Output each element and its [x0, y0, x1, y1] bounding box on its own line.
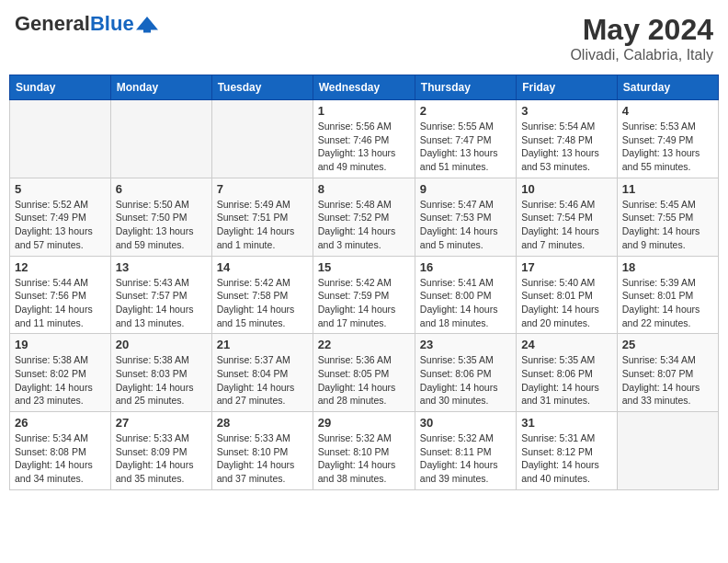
- calendar-header-row: SundayMondayTuesdayWednesdayThursdayFrid…: [10, 75, 719, 100]
- calendar-cell: 3Sunrise: 5:54 AMSunset: 7:48 PMDaylight…: [517, 100, 618, 178]
- calendar-cell: 4Sunrise: 5:53 AMSunset: 7:49 PMDaylight…: [617, 100, 718, 178]
- day-info: Sunrise: 5:41 AMSunset: 8:00 PMDaylight:…: [420, 276, 511, 330]
- day-number: 20: [116, 338, 207, 351]
- col-header-saturday: Saturday: [617, 75, 718, 100]
- day-info: Sunrise: 5:45 AMSunset: 7:55 PMDaylight:…: [622, 198, 713, 252]
- day-number: 18: [622, 260, 713, 274]
- day-info: Sunrise: 5:38 AMSunset: 8:02 PMDaylight:…: [15, 353, 106, 408]
- day-info: Sunrise: 5:42 AMSunset: 7:59 PMDaylight:…: [318, 276, 410, 330]
- day-info: Sunrise: 5:49 AMSunset: 7:51 PMDaylight:…: [217, 198, 308, 252]
- day-info: Sunrise: 5:32 AMSunset: 8:11 PMDaylight:…: [420, 431, 511, 486]
- month-title: May 2024: [570, 13, 713, 47]
- day-number: 3: [521, 104, 612, 118]
- day-info: Sunrise: 5:39 AMSunset: 8:01 PMDaylight:…: [622, 276, 713, 330]
- day-info: Sunrise: 5:42 AMSunset: 7:58 PMDaylight:…: [217, 276, 308, 330]
- calendar-week-row: 1Sunrise: 5:56 AMSunset: 7:46 PMDaylight…: [10, 100, 719, 178]
- calendar-cell: 1Sunrise: 5:56 AMSunset: 7:46 PMDaylight…: [313, 100, 415, 178]
- day-info: Sunrise: 5:34 AMSunset: 8:07 PMDaylight:…: [622, 353, 713, 408]
- col-header-monday: Monday: [110, 75, 211, 100]
- day-number: 22: [318, 338, 410, 351]
- day-number: 26: [15, 416, 106, 430]
- day-number: 21: [217, 338, 308, 351]
- day-info: Sunrise: 5:35 AMSunset: 8:06 PMDaylight:…: [521, 353, 612, 408]
- calendar-cell: [617, 412, 718, 490]
- day-number: 13: [116, 260, 207, 274]
- calendar-cell: 13Sunrise: 5:43 AMSunset: 7:57 PMDayligh…: [110, 256, 211, 334]
- day-info: Sunrise: 5:47 AMSunset: 7:53 PMDaylight:…: [420, 198, 511, 252]
- calendar-cell: 17Sunrise: 5:40 AMSunset: 8:01 PMDayligh…: [517, 256, 618, 334]
- day-number: 7: [217, 182, 308, 196]
- calendar-cell: [10, 100, 111, 178]
- day-number: 28: [217, 416, 308, 430]
- col-header-thursday: Thursday: [415, 75, 516, 100]
- calendar-cell: 20Sunrise: 5:38 AMSunset: 8:03 PMDayligh…: [110, 334, 211, 412]
- day-info: Sunrise: 5:40 AMSunset: 8:01 PMDaylight:…: [521, 276, 612, 330]
- day-number: 12: [15, 260, 106, 274]
- day-number: 16: [420, 260, 511, 274]
- calendar-cell: 31Sunrise: 5:31 AMSunset: 8:12 PMDayligh…: [517, 412, 618, 490]
- calendar-cell: 30Sunrise: 5:32 AMSunset: 8:11 PMDayligh…: [415, 412, 516, 490]
- day-info: Sunrise: 5:56 AMSunset: 7:46 PMDaylight:…: [318, 120, 410, 174]
- calendar-cell: 18Sunrise: 5:39 AMSunset: 8:01 PMDayligh…: [617, 256, 718, 334]
- day-info: Sunrise: 5:54 AMSunset: 7:48 PMDaylight:…: [521, 120, 612, 174]
- calendar-table: SundayMondayTuesdayWednesdayThursdayFrid…: [9, 75, 719, 490]
- logo: GeneralBlue: [15, 13, 158, 35]
- calendar-cell: 21Sunrise: 5:37 AMSunset: 8:04 PMDayligh…: [211, 334, 313, 412]
- calendar-cell: [211, 100, 313, 178]
- day-number: 17: [521, 260, 612, 274]
- title-block: May 2024 Olivadi, Calabria, Italy: [570, 13, 713, 63]
- calendar-cell: 28Sunrise: 5:33 AMSunset: 8:10 PMDayligh…: [211, 412, 313, 490]
- day-info: Sunrise: 5:33 AMSunset: 8:09 PMDaylight:…: [116, 431, 207, 486]
- svg-marker-0: [136, 17, 158, 33]
- day-info: Sunrise: 5:38 AMSunset: 8:03 PMDaylight:…: [116, 353, 207, 408]
- calendar-cell: 25Sunrise: 5:34 AMSunset: 8:07 PMDayligh…: [617, 334, 718, 412]
- calendar-cell: 7Sunrise: 5:49 AMSunset: 7:51 PMDaylight…: [211, 178, 313, 256]
- logo-general: General: [15, 12, 90, 35]
- day-number: 23: [420, 338, 511, 351]
- calendar-cell: 23Sunrise: 5:35 AMSunset: 8:06 PMDayligh…: [415, 334, 516, 412]
- page-header: GeneralBlue May 2024 Olivadi, Calabria, …: [9, 9, 719, 67]
- day-number: 29: [318, 416, 410, 430]
- calendar-week-row: 5Sunrise: 5:52 AMSunset: 7:49 PMDaylight…: [10, 178, 719, 256]
- day-number: 14: [217, 260, 308, 274]
- day-info: Sunrise: 5:43 AMSunset: 7:57 PMDaylight:…: [116, 276, 207, 330]
- day-info: Sunrise: 5:31 AMSunset: 8:12 PMDaylight:…: [521, 431, 612, 486]
- day-number: 11: [622, 182, 713, 196]
- day-number: 27: [116, 416, 207, 430]
- calendar-cell: 2Sunrise: 5:55 AMSunset: 7:47 PMDaylight…: [415, 100, 516, 178]
- day-info: Sunrise: 5:33 AMSunset: 8:10 PMDaylight:…: [217, 431, 308, 486]
- day-info: Sunrise: 5:46 AMSunset: 7:54 PMDaylight:…: [521, 198, 612, 252]
- calendar-cell: 29Sunrise: 5:32 AMSunset: 8:10 PMDayligh…: [313, 412, 415, 490]
- day-info: Sunrise: 5:52 AMSunset: 7:49 PMDaylight:…: [15, 198, 106, 252]
- day-info: Sunrise: 5:34 AMSunset: 8:08 PMDaylight:…: [15, 431, 106, 486]
- logo-icon: [136, 13, 158, 35]
- calendar-cell: 16Sunrise: 5:41 AMSunset: 8:00 PMDayligh…: [415, 256, 516, 334]
- calendar-cell: 6Sunrise: 5:50 AMSunset: 7:50 PMDaylight…: [110, 178, 211, 256]
- col-header-tuesday: Tuesday: [211, 75, 313, 100]
- location: Olivadi, Calabria, Italy: [570, 47, 713, 63]
- day-info: Sunrise: 5:32 AMSunset: 8:10 PMDaylight:…: [318, 431, 410, 486]
- calendar-cell: 5Sunrise: 5:52 AMSunset: 7:49 PMDaylight…: [10, 178, 111, 256]
- calendar-cell: 24Sunrise: 5:35 AMSunset: 8:06 PMDayligh…: [517, 334, 618, 412]
- day-number: 10: [521, 182, 612, 196]
- day-number: 8: [318, 182, 410, 196]
- calendar-cell: 8Sunrise: 5:48 AMSunset: 7:52 PMDaylight…: [313, 178, 415, 256]
- col-header-sunday: Sunday: [10, 75, 111, 100]
- day-number: 9: [420, 182, 511, 196]
- day-number: 5: [15, 182, 106, 196]
- calendar-cell: 27Sunrise: 5:33 AMSunset: 8:09 PMDayligh…: [110, 412, 211, 490]
- day-number: 24: [521, 338, 612, 351]
- calendar-cell: 15Sunrise: 5:42 AMSunset: 7:59 PMDayligh…: [313, 256, 415, 334]
- calendar-cell: 10Sunrise: 5:46 AMSunset: 7:54 PMDayligh…: [517, 178, 618, 256]
- calendar-cell: 26Sunrise: 5:34 AMSunset: 8:08 PMDayligh…: [10, 412, 111, 490]
- calendar-cell: 12Sunrise: 5:44 AMSunset: 7:56 PMDayligh…: [10, 256, 111, 334]
- day-info: Sunrise: 5:44 AMSunset: 7:56 PMDaylight:…: [15, 276, 106, 330]
- day-info: Sunrise: 5:48 AMSunset: 7:52 PMDaylight:…: [318, 198, 410, 252]
- day-info: Sunrise: 5:55 AMSunset: 7:47 PMDaylight:…: [420, 120, 511, 174]
- calendar-cell: 19Sunrise: 5:38 AMSunset: 8:02 PMDayligh…: [10, 334, 111, 412]
- calendar-week-row: 26Sunrise: 5:34 AMSunset: 8:08 PMDayligh…: [10, 412, 719, 490]
- calendar-week-row: 12Sunrise: 5:44 AMSunset: 7:56 PMDayligh…: [10, 256, 719, 334]
- logo-blue: Blue: [90, 12, 134, 35]
- calendar-week-row: 19Sunrise: 5:38 AMSunset: 8:02 PMDayligh…: [10, 334, 719, 412]
- calendar-cell: 9Sunrise: 5:47 AMSunset: 7:53 PMDaylight…: [415, 178, 516, 256]
